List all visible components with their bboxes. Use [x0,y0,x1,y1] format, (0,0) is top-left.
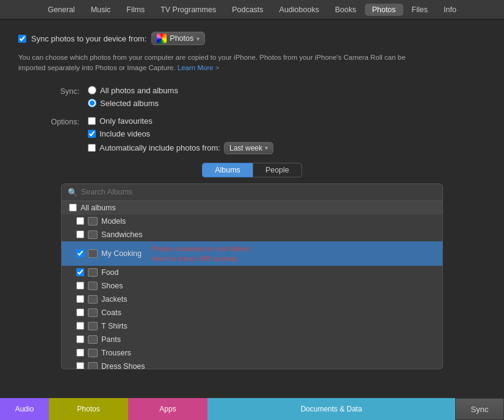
list-item[interactable]: Dress Shoes [62,360,442,369]
sync-selected-label: Selected albums [100,99,159,108]
search-bar: 🔍 [62,184,442,201]
learn-more-link[interactable]: Learn More > [178,64,220,71]
album-name: Trousers [101,349,131,357]
list-item[interactable]: Sandwiches [62,228,442,241]
bottom-docs: Documents & Data [207,398,455,420]
tab-tv-programmes[interactable]: TV Programmes [153,4,223,16]
sync-all-label: All photos and albums [100,86,178,95]
sync-photos-checkbox[interactable] [18,35,26,43]
album-checkbox-trousers[interactable] [76,349,84,357]
sync-selected-radio[interactable] [88,99,96,107]
album-folder-icon [88,322,98,330]
album-folder-icon [88,295,98,304]
only-favourites-option[interactable]: Only favourites [88,116,273,126]
only-favourites-label: Only favourites [99,116,153,126]
sync-all-photos-option[interactable]: All photos and albums [88,86,178,95]
tab-photos[interactable]: Photos [365,4,403,16]
auto-include-arrow-icon: ▾ [265,144,268,151]
album-checkbox-food[interactable] [76,268,84,276]
all-albums-checkbox[interactable] [69,204,77,212]
tab-info[interactable]: Info [436,4,464,16]
album-name: Shoes [101,282,123,290]
album-item-all[interactable]: All albums [62,201,442,215]
album-checkbox-tshirts[interactable] [76,322,84,330]
sync-label: Sync: [18,86,79,96]
search-input[interactable] [81,188,436,196]
options-checkbox-group: Only favourites Include videos Automatic… [88,116,273,154]
album-panel: 🔍 All albums Models Sandwiches [61,183,443,369]
album-checkbox-sandwiches[interactable] [76,230,84,238]
album-folder-icon [88,230,98,239]
album-name: Coats [101,308,121,317]
list-item[interactable]: Food [62,266,442,279]
album-checkbox-dress-shoes[interactable] [76,362,84,368]
bottom-apps: Apps [128,398,207,420]
album-name: My Cooking [101,249,142,258]
sync-button[interactable]: Sync [455,398,504,420]
album-folder-icon [88,362,98,369]
include-videos-label: Include videos [99,129,150,138]
tab-audiobooks[interactable]: Audiobooks [272,4,326,16]
sync-photos-label: Sync photos to your device from: [31,34,146,43]
tab-general[interactable]: General [40,4,82,16]
album-checkbox-my-cooking[interactable] [76,249,84,257]
album-name: Dress Shoes [101,362,145,369]
list-item[interactable]: Shoes [62,279,442,293]
search-icon: 🔍 [68,188,77,197]
album-folder-icon [88,249,98,258]
album-checkbox-coats[interactable] [76,308,84,316]
sync-section: Sync: All photos and albums Selected alb… [18,86,486,108]
auto-include-checkbox[interactable] [88,144,96,152]
album-folder-icon [88,349,98,357]
album-folder-icon [88,217,98,226]
list-item[interactable]: Coats [62,306,442,319]
auto-include-label: Automatically include photos from: [99,143,220,152]
album-name: Jackets [101,295,127,304]
source-label: Photos [170,34,193,43]
album-checkbox-shoes[interactable] [76,282,84,290]
list-item[interactable]: T Shirts [62,319,442,333]
album-checkbox-jackets[interactable] [76,295,84,303]
tab-music[interactable]: Music [84,4,118,16]
tab-files[interactable]: Files [405,4,435,16]
list-item[interactable]: Models [62,215,442,228]
list-item[interactable]: Pants [62,333,442,346]
only-favourites-checkbox[interactable] [88,117,96,125]
album-name: Pants [101,335,121,344]
auto-include-row: Automatically include photos from: Last … [88,142,273,154]
sync-photos-row: Sync photos to your device from: Photos … [18,32,486,45]
include-videos-option[interactable]: Include videos [88,129,273,138]
album-folder-icon [88,282,98,290]
album-name: T Shirts [101,322,128,330]
bottom-bar: Audio Photos Apps Documents & Data Sync [0,398,504,420]
top-navigation: General Music Films TV Programmes Podcas… [0,0,504,20]
tab-books[interactable]: Books [328,4,364,16]
info-text: You can choose which photos from your co… [18,52,415,74]
auto-include-dropdown[interactable]: Last week ▾ [224,142,273,154]
options-label: Options: [18,116,79,126]
include-videos-checkbox[interactable] [88,130,96,138]
main-content: Sync photos to your device from: Photos … [0,20,504,376]
sync-all-radio[interactable] [88,86,96,94]
album-checkbox-pants[interactable] [76,335,84,343]
all-albums-label: All albums [81,204,116,212]
tab-films[interactable]: Films [119,4,152,16]
photos-app-icon [157,34,167,43]
dropdown-arrow-icon: ▾ [196,35,200,42]
annotation-my-cooking: Photos contained in root foldershave no … [151,244,250,263]
tab-podcasts[interactable]: Podcasts [225,4,270,16]
album-folder-icon [88,308,98,317]
album-folder-icon [88,268,98,277]
list-item[interactable]: Jackets [62,293,442,306]
list-item[interactable]: My Cooking Photos contained in root fold… [62,241,442,266]
sync-selected-albums-option[interactable]: Selected albums [88,99,178,108]
tab-albums[interactable]: Albums [202,163,253,177]
source-dropdown[interactable]: Photos ▾ [151,32,205,45]
tab-people[interactable]: People [253,163,302,177]
album-checkbox-models[interactable] [76,217,84,225]
album-name: Food [101,268,119,277]
auto-include-value: Last week [229,144,262,152]
list-item[interactable]: Trousers [62,346,442,360]
album-name: Sandwiches [101,230,142,239]
bottom-photos: Photos [49,398,128,420]
